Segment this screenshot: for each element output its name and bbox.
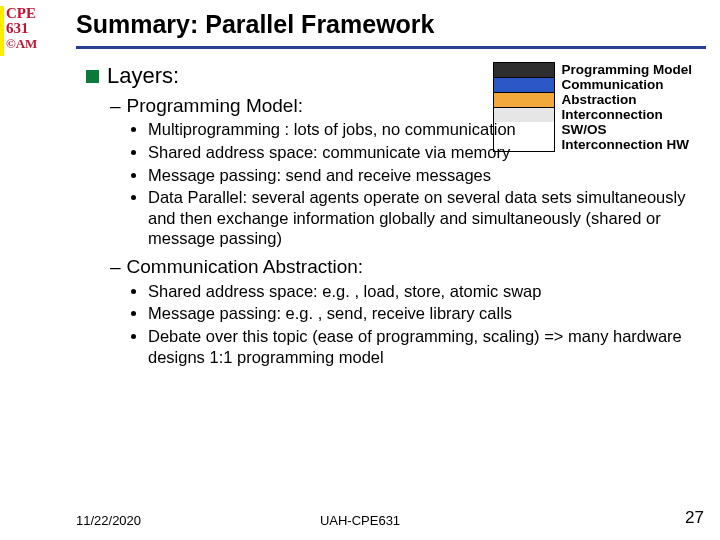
section-list: Multiprogramming : lots of jobs, no comm… bbox=[148, 119, 706, 249]
square-bullet-icon bbox=[86, 70, 99, 83]
logo-line-2: 631 bbox=[6, 21, 46, 36]
slide-title: Summary: Parallel Framework bbox=[76, 10, 435, 39]
footer-page-number: 27 bbox=[685, 508, 704, 528]
list-item: Data Parallel: several agents operate on… bbox=[148, 187, 706, 249]
list-item: Shared address space: e.g. , load, store… bbox=[148, 281, 706, 302]
title-underline bbox=[76, 46, 706, 49]
list-item: Message passing: e.g. , send, receive li… bbox=[148, 303, 706, 324]
logo-line-3: ©AM bbox=[6, 36, 46, 51]
list-item: Shared address space: communicate via me… bbox=[148, 142, 706, 163]
top-bullet-text: Layers: bbox=[107, 63, 179, 88]
section-heading: –Programming Model: bbox=[110, 94, 706, 118]
accent-bar bbox=[0, 6, 4, 56]
logo-line-1: CPE bbox=[6, 6, 46, 21]
dash-icon: – bbox=[110, 256, 121, 277]
dash-icon: – bbox=[110, 95, 121, 116]
slide-body: Layers: –Programming Model: Multiprogram… bbox=[86, 62, 706, 373]
section-heading-text: Programming Model: bbox=[127, 95, 303, 116]
course-logo: CPE 631 ©AM bbox=[6, 6, 46, 51]
list-item: Multiprogramming : lots of jobs, no comm… bbox=[148, 119, 706, 140]
section-heading-text: Communication Abstraction: bbox=[127, 256, 364, 277]
top-bullet: Layers: bbox=[86, 62, 706, 90]
list-item: Message passing: send and receive messag… bbox=[148, 165, 706, 186]
list-item: Debate over this topic (ease of programm… bbox=[148, 326, 706, 367]
section-heading: –Communication Abstraction: bbox=[110, 255, 706, 279]
footer-center: UAH-CPE631 bbox=[0, 513, 720, 528]
section-list: Shared address space: e.g. , load, store… bbox=[148, 281, 706, 368]
